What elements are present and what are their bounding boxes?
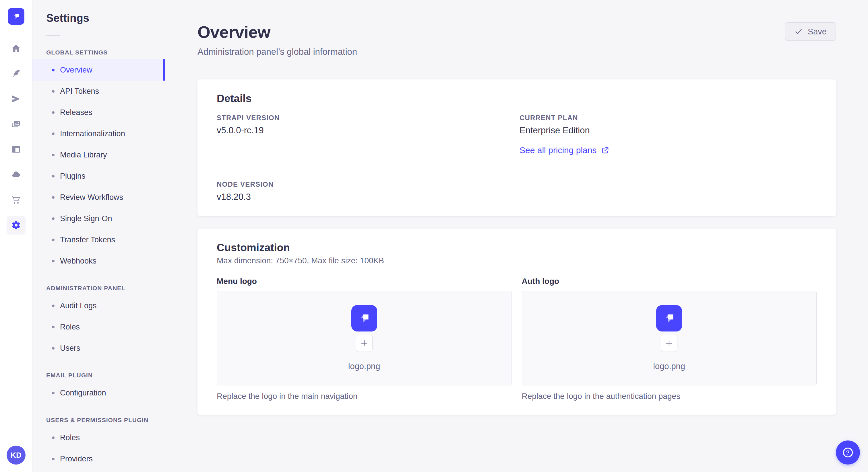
bullet-icon <box>52 217 55 220</box>
users-permissions-list: Roles Providers <box>32 427 165 469</box>
home-icon[interactable] <box>7 39 26 58</box>
sidebar-item-single-sign-on[interactable]: Single Sign-On <box>32 208 165 229</box>
bullet-icon <box>52 90 55 93</box>
save-button[interactable]: Save <box>785 22 836 41</box>
menu-logo-dropzone[interactable]: logo.png <box>217 291 512 385</box>
pricing-plans-link[interactable]: See all pricing plans <box>520 145 609 155</box>
sidebar-item-label: Users <box>60 344 81 353</box>
bullet-icon <box>52 175 55 177</box>
sidebar-item-admin-users[interactable]: Users <box>32 338 165 359</box>
sidebar-item-media-library[interactable]: Media Library <box>32 144 165 165</box>
strapi-version-label: STRAPI VERSION <box>217 114 514 122</box>
sidebar-item-plugins[interactable]: Plugins <box>32 165 165 187</box>
sidebar-item-internationalization[interactable]: Internationalization <box>32 123 165 144</box>
bullet-icon <box>52 458 55 460</box>
section-global-settings: GLOBAL SETTINGS <box>46 49 165 56</box>
details-card: Details STRAPI VERSION v5.0.0-rc.19 CURR… <box>197 79 836 216</box>
sidebar-item-label: Media Library <box>60 150 107 160</box>
details-card-title: Details <box>217 93 817 105</box>
administration-panel-list: Audit Logs Roles Users <box>32 295 165 359</box>
auth-logo-dropzone[interactable]: logo.png <box>522 291 817 385</box>
sidebar-item-label: Roles <box>60 323 80 332</box>
strapi-logo-icon <box>11 11 21 21</box>
sidebar-item-overview[interactable]: Overview <box>32 59 165 80</box>
sidebar-item-label: Internationalization <box>60 129 125 138</box>
strapi-logo-icon <box>357 311 372 326</box>
sidebar-item-label: Review Workflows <box>60 193 123 202</box>
add-auth-logo-button[interactable] <box>661 335 677 352</box>
sidebar-item-email-configuration[interactable]: Configuration <box>32 382 165 403</box>
images-icon[interactable] <box>7 115 26 134</box>
bullet-icon <box>52 133 55 135</box>
global-settings-list: Overview API Tokens Releases Internation… <box>32 59 165 272</box>
sidebar-item-up-providers[interactable]: Providers <box>32 448 165 469</box>
auth-logo-caption: Replace the logo in the authentication p… <box>522 392 817 401</box>
sidebar-item-label: Roles <box>60 433 80 442</box>
bullet-icon <box>52 326 55 328</box>
checkmark-icon <box>794 27 803 36</box>
section-users-permissions-plugin: USERS & PERMISSIONS PLUGIN <box>46 417 165 424</box>
cart-icon[interactable] <box>7 191 26 209</box>
feather-icon[interactable] <box>7 64 26 83</box>
strapi-version-field: STRAPI VERSION v5.0.0-rc.19 <box>217 114 514 155</box>
auth-logo-filename: logo.png <box>653 362 685 371</box>
icon-rail: KD <box>0 0 32 472</box>
sidebar-item-up-roles[interactable]: Roles <box>32 427 165 448</box>
sidebar-title: Settings <box>46 12 165 24</box>
email-plugin-list: Configuration <box>32 382 165 403</box>
node-version-value: v18.20.3 <box>217 192 514 202</box>
plus-icon <box>665 339 673 347</box>
sidebar-item-review-workflows[interactable]: Review Workflows <box>32 187 165 208</box>
gear-icon[interactable] <box>7 216 26 235</box>
strapi-logo[interactable] <box>8 8 24 25</box>
sidebar-item-label: Transfer Tokens <box>60 235 115 244</box>
bullet-icon <box>52 239 55 241</box>
sidebar-item-label: Single Sign-On <box>60 214 112 223</box>
settings-sidebar: Settings GLOBAL SETTINGS Overview API To… <box>32 0 165 472</box>
bullet-icon <box>52 260 55 262</box>
current-plan-label: CURRENT PLAN <box>520 114 817 122</box>
section-email-plugin: EMAIL PLUGIN <box>46 372 165 379</box>
external-link-icon <box>601 146 609 155</box>
strapi-logo-icon <box>662 311 677 326</box>
paper-plane-icon[interactable] <box>7 90 26 108</box>
customization-card-subtitle: Max dimension: 750×750, Max file size: 1… <box>217 256 817 265</box>
cloud-icon[interactable] <box>7 165 26 184</box>
sidebar-item-transfer-tokens[interactable]: Transfer Tokens <box>32 229 165 250</box>
auth-logo-preview <box>656 305 682 332</box>
menu-logo-caption: Replace the logo in the main navigation <box>217 392 512 401</box>
sidebar-item-label: API Tokens <box>60 87 99 96</box>
plus-icon <box>360 339 369 347</box>
sidebar-item-label: Configuration <box>60 389 106 398</box>
sidebar-item-label: Plugins <box>60 172 86 181</box>
bullet-icon <box>52 392 55 394</box>
bullet-icon <box>52 305 55 307</box>
help-button[interactable]: ? <box>836 440 860 465</box>
bullet-icon <box>52 111 55 114</box>
page-header: Overview Administration panel’s global i… <box>197 22 836 57</box>
sidebar-item-label: Providers <box>60 454 93 463</box>
sidebar-item-webhooks[interactable]: Webhooks <box>32 250 165 272</box>
node-version-field: NODE VERSION v18.20.3 <box>217 180 514 202</box>
layout-icon[interactable] <box>7 140 26 159</box>
add-menu-logo-button[interactable] <box>356 335 373 352</box>
logos-grid: Menu logo logo.png Replace the logo <box>217 277 817 401</box>
details-grid: STRAPI VERSION v5.0.0-rc.19 CURRENT PLAN… <box>217 114 817 202</box>
menu-logo-preview <box>351 305 377 332</box>
page-title: Overview <box>197 22 357 42</box>
help-icon: ? <box>842 446 854 459</box>
menu-logo-field: Menu logo logo.png Replace the logo <box>217 277 512 401</box>
menu-logo-label: Menu logo <box>217 277 512 286</box>
sidebar-item-audit-logs[interactable]: Audit Logs <box>32 295 165 316</box>
avatar[interactable]: KD <box>7 446 26 465</box>
bullet-icon <box>52 196 55 199</box>
sidebar-item-label: Audit Logs <box>60 301 97 310</box>
pricing-plans-link-label: See all pricing plans <box>520 145 597 155</box>
strapi-version-value: v5.0.0-rc.19 <box>217 125 514 136</box>
sidebar-item-admin-roles[interactable]: Roles <box>32 316 165 338</box>
sidebar-item-releases[interactable]: Releases <box>32 102 165 123</box>
sidebar-item-api-tokens[interactable]: API Tokens <box>32 80 165 102</box>
main-content: Overview Administration panel’s global i… <box>165 0 868 472</box>
current-plan-value: Enterprise Edition <box>520 125 817 136</box>
sidebar-divider <box>46 35 60 36</box>
